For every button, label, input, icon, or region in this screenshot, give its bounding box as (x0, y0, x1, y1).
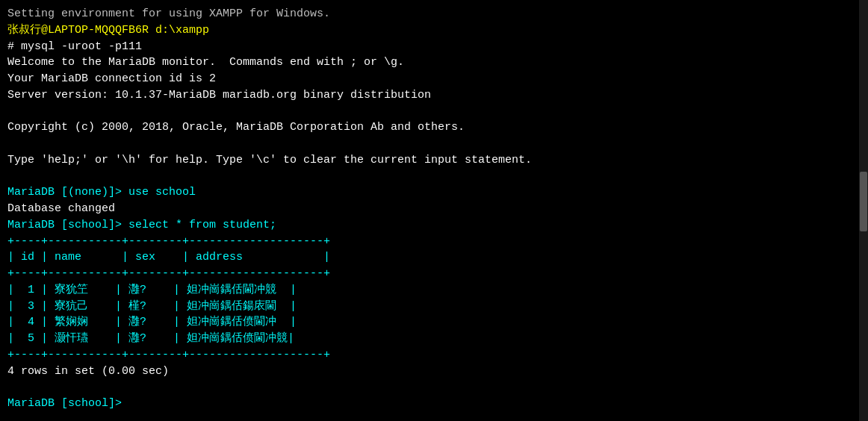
line-table-row3: | 4 | 繁娴娴 | 灉? | 妲冲崗鍝佸偾閫冲 | (7, 314, 861, 331)
line-blank3 (7, 169, 861, 185)
terminal[interactable]: Setting environment for using XAMPP for … (0, 0, 868, 421)
line-table-border-top: +----+-----------+--------+-------------… (7, 234, 861, 250)
line-blank1 (7, 104, 861, 120)
line-server-version: Server version: 10.1.37-MariaDB mariadb.… (7, 87, 861, 104)
line-db-changed: Database changed (7, 201, 861, 217)
line-table-border-bottom: +----+-----------+--------+-------------… (7, 347, 861, 364)
scrollbar-track[interactable] (859, 0, 868, 421)
line-blank4 (7, 379, 861, 396)
line-table-row2: | 3 | 寮犺己 | 槿? | 妲冲崗鍝佸鍚庡閫 | (7, 299, 861, 315)
line-connection-id: Your MariaDB connection id is 2 (7, 71, 861, 87)
line-mysql-cmd: # mysql -uroot -p111 (7, 39, 861, 55)
line-copyright: Copyright (c) 2000, 2018, Oracle, MariaD… (7, 119, 861, 136)
line-table-row4: | 5 | 灏忓瓙 | 灉? | 妲冲崗鍝佸偾閫冲競| (7, 331, 861, 347)
line-use-school: MariaDB [(none)]> use school (7, 184, 861, 201)
line-blank2 (7, 136, 861, 152)
line-help-hint: Type 'help;' or '\h' for help. Type '\c'… (7, 152, 861, 169)
terminal-container: Setting environment for using XAMPP for … (0, 0, 868, 421)
scrollbar-thumb[interactable] (860, 172, 867, 231)
line-welcome: Welcome to the MariaDB monitor. Commands… (7, 54, 861, 71)
line-table-border-mid: +----+-----------+--------+-------------… (7, 266, 861, 282)
line-env-setup: Setting environment for using XAMPP for … (7, 6, 861, 22)
line-table-row1: | 1 | 寮狁笁 | 灉? | 妲冲崗鍝佸閫冲競 | (7, 282, 861, 299)
line-select-query: MariaDB [school]> select * from student; (7, 217, 861, 234)
line-final-prompt: MariaDB [school]> (7, 396, 861, 412)
line-rows-summary: 4 rows in set (0.00 sec) (7, 364, 861, 380)
line-table-header: | id | name | sex | address | (7, 249, 861, 266)
line-user-prompt: 张叔行@LAPTOP-MQQQFB6R d:\xampp (7, 22, 861, 39)
